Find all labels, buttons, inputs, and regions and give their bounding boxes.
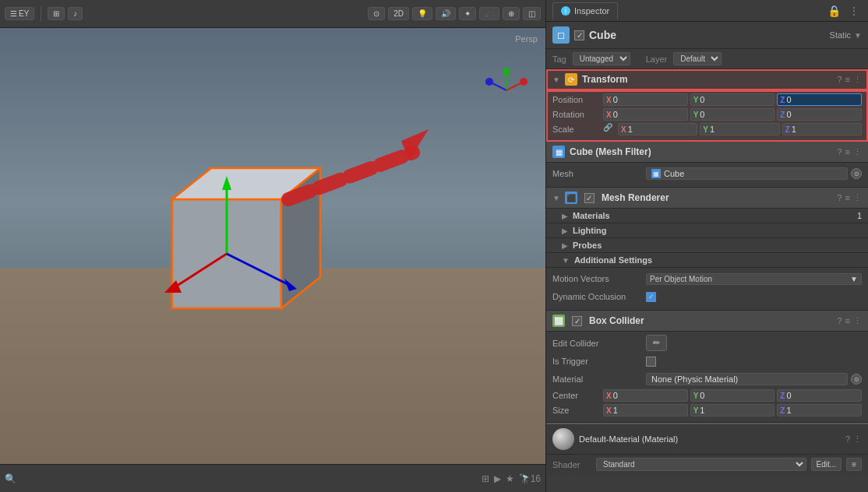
layers-icon: ⊞ <box>482 473 489 484</box>
material-menu-btn[interactable]: ⋮ <box>853 434 862 445</box>
edit-collider-btn[interactable]: ✏ <box>646 335 667 351</box>
viewport-panel[interactable]: ☰ EY ⊞ ♪ ⊙ 2D 💡 🔊 ✦ 🎥 ⊕ ◫ <box>0 0 545 492</box>
dynamic-occlusion-checkbox[interactable]: ✓ <box>646 292 656 302</box>
collider-material-pick-btn[interactable]: ⊙ <box>851 374 862 385</box>
toolbar-cam-btn[interactable]: ⊙ <box>368 7 385 20</box>
collider-active-checkbox[interactable] <box>572 316 582 326</box>
position-y-field[interactable]: Y <box>690 93 775 106</box>
center-z-input[interactable] <box>786 391 859 400</box>
collider-material-row: Material None (Physic Material) ⊙ <box>552 371 862 387</box>
persp-text: Persp <box>515 34 538 44</box>
collider-material-box[interactable]: None (Physic Material) <box>646 373 848 385</box>
scale-z-field[interactable]: Z <box>782 123 862 135</box>
collider-center-row: Center X Y Z <box>552 389 862 402</box>
center-y-field[interactable]: Y <box>690 389 775 402</box>
center-x-field[interactable]: X <box>603 389 688 402</box>
object-active-checkbox[interactable] <box>574 30 584 40</box>
center-z-field[interactable]: Z <box>777 389 862 402</box>
transform-menu-btn[interactable]: ⋮ <box>853 75 862 85</box>
search-icon: 🔍 <box>5 473 16 484</box>
toolbar-fx-btn[interactable]: ✦ <box>459 7 476 20</box>
position-z-field[interactable]: Z <box>777 93 862 106</box>
rotation-x-field[interactable]: X <box>603 108 688 121</box>
inspector-tab[interactable]: i Inspector <box>552 2 618 19</box>
renderer-preset-btn[interactable]: ≡ <box>845 193 850 202</box>
center-y-input[interactable] <box>700 391 771 400</box>
material-help-btn[interactable]: ? <box>845 434 850 445</box>
rotation-x-input[interactable] <box>613 110 685 119</box>
collider-menu-btn[interactable]: ⋮ <box>853 316 862 326</box>
static-dropdown-arrow[interactable]: ▼ <box>854 31 862 40</box>
renderer-help-btn[interactable]: ? <box>837 193 842 202</box>
tab-lock-btn[interactable]: 🔒 <box>825 5 843 17</box>
toolbar-layers-btn[interactable]: ◫ <box>523 7 541 20</box>
tab-menu-btn[interactable]: ⋮ <box>846 5 862 17</box>
object-name[interactable]: Cube <box>589 29 825 41</box>
additional-settings-item[interactable]: ▼ Additional Settings <box>546 253 868 268</box>
rotation-z-input[interactable] <box>786 110 859 119</box>
scale-y-input[interactable] <box>710 125 777 134</box>
object-header: ◻ Cube Static ▼ <box>546 22 868 49</box>
rotation-label: Rotation <box>552 110 603 119</box>
position-x-input[interactable] <box>613 95 685 104</box>
transform-help-btn[interactable]: ? <box>837 75 842 84</box>
rotation-y-input[interactable] <box>700 110 771 119</box>
toolbar-2d-btn[interactable]: 2D <box>388 7 409 20</box>
scene-gizmo[interactable]: X Y Z <box>483 67 530 114</box>
scale-x-field[interactable]: X <box>618 123 697 135</box>
size-x-field[interactable]: X <box>603 404 688 416</box>
size-y-field[interactable]: Y <box>690 404 775 416</box>
mesh-filter-help-btn[interactable]: ? <box>837 147 842 156</box>
shader-list-btn[interactable]: ≡ <box>846 458 862 471</box>
toolbar-gizmo-btn[interactable]: ⊕ <box>503 7 520 20</box>
mesh-pick-btn[interactable]: ⊙ <box>851 168 862 179</box>
size-x-input[interactable] <box>613 406 685 415</box>
size-y-input[interactable] <box>700 406 771 415</box>
box-collider-header[interactable]: ⬜ Box Collider ? ≡ ⋮ <box>546 311 868 332</box>
toolbar-audio2-btn[interactable]: 🔊 <box>436 7 456 20</box>
collider-help-btn[interactable]: ? <box>837 316 842 325</box>
transform-preset-btn[interactable]: ≡ <box>845 75 850 84</box>
motion-vectors-dropdown[interactable]: Per Object Motion ▼ <box>646 273 862 285</box>
center-x-input[interactable] <box>613 391 685 400</box>
scale-lock-icon[interactable]: 🔗 <box>603 123 612 135</box>
size-z-input[interactable] <box>786 406 859 415</box>
mesh-renderer-header[interactable]: ▼ ⬛ Mesh Renderer ? ≡ ⋮ <box>546 188 868 209</box>
transform-collapse-arrow: ▼ <box>552 76 560 84</box>
scale-y-field[interactable]: Y <box>700 123 779 135</box>
probes-item[interactable]: ▶ Probes <box>546 238 868 253</box>
toolbar-mode-btn[interactable]: ☰ EY <box>5 7 34 20</box>
mesh-filter-header[interactable]: ▦ Cube (Mesh Filter) ? ≡ ⋮ <box>546 142 868 163</box>
size-z-field[interactable]: Z <box>777 404 862 416</box>
collider-preset-btn[interactable]: ≡ <box>845 316 850 325</box>
layer-select[interactable]: Default <box>673 52 722 65</box>
shader-select[interactable]: Standard <box>596 458 806 471</box>
rotation-y-field[interactable]: Y <box>690 108 775 121</box>
toolbar-light-btn[interactable]: 💡 <box>412 7 432 20</box>
scale-x-input[interactable] <box>628 125 695 134</box>
object-icon: ◻ <box>552 26 570 44</box>
tag-select[interactable]: Untagged <box>573 52 630 65</box>
cube-object[interactable] <box>125 137 344 355</box>
transform-section-header[interactable]: ▼ ⟳ Transform ? ≡ ⋮ <box>546 69 868 90</box>
mesh-filter-preset-btn[interactable]: ≡ <box>845 147 850 156</box>
mesh-value-box[interactable]: ▦ Cube <box>646 167 848 180</box>
material-name: Default-Material (Material) <box>579 434 841 444</box>
toolbar-grid-btn[interactable]: ⊞ <box>48 7 65 20</box>
materials-item[interactable]: ▶ Materials 1 <box>546 209 868 223</box>
mesh-filter-menu-btn[interactable]: ⋮ <box>853 147 862 157</box>
lighting-item[interactable]: ▶ Lighting <box>546 223 868 238</box>
is-trigger-checkbox[interactable] <box>646 357 656 367</box>
scene-view[interactable]: Persp X Y Z <box>0 28 545 464</box>
position-y-input[interactable] <box>700 95 771 104</box>
rotation-z-field[interactable]: Z <box>777 108 862 121</box>
position-z-input[interactable] <box>786 95 859 104</box>
toolbar-audio-btn[interactable]: ♪ <box>68 7 83 20</box>
scale-z-input[interactable] <box>792 125 859 134</box>
renderer-active-checkbox[interactable] <box>584 193 595 203</box>
shader-edit-btn[interactable]: Edit... <box>811 458 842 471</box>
lighting-label: Lighting <box>573 226 606 235</box>
renderer-menu-btn[interactable]: ⋮ <box>853 193 862 203</box>
position-x-field[interactable]: X <box>603 93 688 106</box>
toolbar-scene-btn[interactable]: 🎥 <box>479 7 499 20</box>
